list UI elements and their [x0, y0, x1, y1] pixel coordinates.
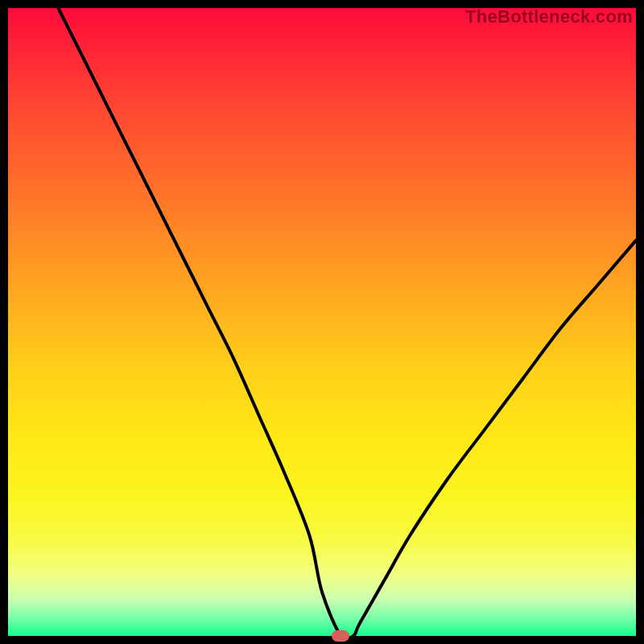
attribution-label: TheBottleneck.com [465, 6, 633, 27]
chart-frame: TheBottleneck.com [0, 0, 644, 644]
chart-plot-area: TheBottleneck.com [8, 8, 636, 636]
bottleneck-curve-svg [8, 8, 636, 636]
bottleneck-curve-path [58, 8, 636, 636]
min-marker-icon [332, 630, 349, 642]
